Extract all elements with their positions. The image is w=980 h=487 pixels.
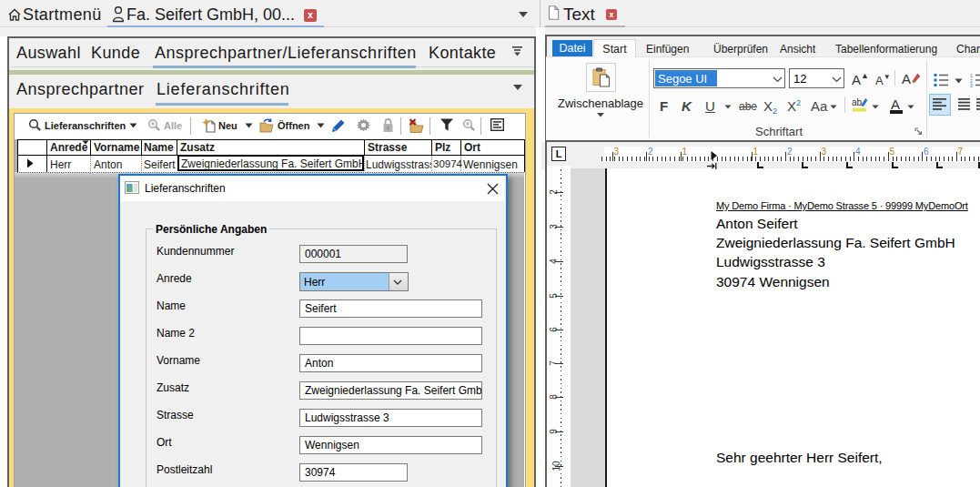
svg-text:3: 3 bbox=[970, 83, 973, 87]
svg-text:ab: ab bbox=[852, 97, 863, 107]
